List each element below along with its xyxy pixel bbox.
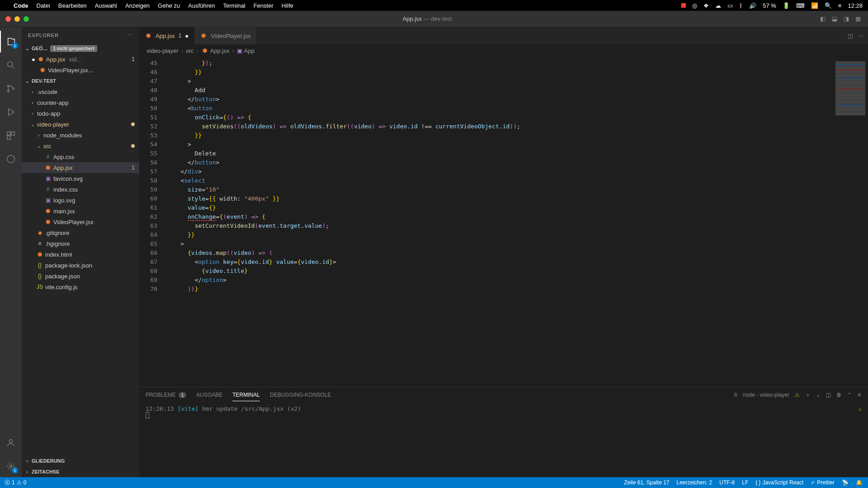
menu-help[interactable]: Hilfe [282,2,293,9]
warning-icon: ⚠ [17,479,22,486]
status-errors[interactable]: ⓧ1 ⚠0 [5,479,26,487]
menu-go[interactable]: Gehe zu [158,2,180,9]
wifi-icon[interactable]: 📶 [811,2,818,9]
terminal-dropdown-icon[interactable]: ⌄ [816,392,821,398]
battery-text[interactable]: 57 % [763,2,776,9]
menu-file[interactable]: Datei [37,2,50,9]
folder-todo-app[interactable]: ›todo-app [22,108,139,119]
explorer-more-icon[interactable]: ⋯ [127,32,133,38]
jsx-file-icon: ⬢ [145,33,152,39]
status-bell-icon[interactable]: 🔔 [856,479,863,486]
kill-terminal-icon[interactable]: 🗑 [836,392,842,398]
dirty-indicator-icon[interactable]: ● [185,33,189,39]
menu-selection[interactable]: Auswahl [95,2,117,9]
status-indent[interactable]: Leerzeichen: 2 [677,479,712,486]
status-prettier[interactable]: ✓Prettier [811,479,835,486]
keyboard-icon[interactable]: ⌨ [796,2,805,9]
file-package-lock[interactable]: {}package-lock.json [22,260,139,271]
search-icon[interactable]: 🔍 [825,2,832,9]
status-lang[interactable]: { }JavaScript React [755,479,803,486]
close-panel-icon[interactable]: ✕ [857,392,862,398]
file-app-css[interactable]: #App.css [22,151,139,162]
accounts-icon[interactable] [0,432,22,454]
tab-videoplayer-jsx[interactable]: ⬢ VideoPlayer.jsx [194,27,257,44]
bluetooth-icon[interactable]: ᛒ [739,2,743,9]
panel-left-icon[interactable]: ◧ [820,15,827,23]
terminal-name[interactable]: node - video-player [743,392,789,398]
menu-terminal[interactable]: Terminal [223,2,245,9]
file-vite-config[interactable]: JSvite.config.js [22,282,139,292]
battery-icon[interactable]: 🔋 [783,2,790,9]
explorer-icon[interactable]: 1 [0,31,22,52]
cloud-icon[interactable]: ☁ [715,2,721,9]
terminal-warning-icon[interactable]: ⚠ [795,392,800,398]
macos-menubar: Code Datei Bearbeiten Auswahl Anzeigen G… [0,0,868,11]
terminal-output[interactable]: 12:26:13 [vite] hmr update /src/App.jsx … [139,403,868,477]
close-window-button[interactable] [5,16,11,22]
status-eol[interactable]: LF [742,479,748,486]
file-gitignore[interactable]: ◆.gitignore [22,227,139,238]
split-editor-icon[interactable]: ◫ [848,33,853,39]
menu-view[interactable]: Anzeigen [125,2,150,9]
terminal-body-warning-icon[interactable]: ⚠ [858,405,862,412]
panel-bottom-icon[interactable]: ⬓ [832,15,839,23]
status-feedback-icon[interactable]: 📡 [842,479,849,486]
display-icon[interactable]: ▭ [727,2,733,9]
debug-console-tab[interactable]: DEBUGGING-KONSOLE [270,389,331,401]
folder-counter-app[interactable]: ›counter-app [22,97,139,108]
open-editor-item[interactable]: ⬢ VideoPlayer.jsx… [22,65,139,75]
folder-video-player[interactable]: ⌄video-player [22,119,139,130]
search-activity-icon[interactable] [0,54,22,76]
file-index-css[interactable]: #index.css [22,184,139,195]
file-package-json[interactable]: {}package.json [22,271,139,282]
minimap[interactable] [832,57,868,387]
file-main-jsx[interactable]: ⬢main.jsx [22,206,139,216]
maximize-panel-icon[interactable]: ⌃ [847,392,852,398]
menu-run[interactable]: Ausführen [188,2,215,9]
folder-vscode[interactable]: ›.vscode [22,86,139,97]
more-tabs-icon[interactable]: ⋯ [858,33,863,39]
tab-app-jsx[interactable]: ⬢ App.jsx 1 ● [139,27,194,44]
menu-edit[interactable]: Bearbeiten [58,2,87,9]
folder-src[interactable]: ⌄src [22,141,139,151]
file-logo[interactable]: ▣logo.svg [22,195,139,206]
breadcrumbs[interactable]: video-player› src› ⬢App.jsx› ▣App [139,44,868,57]
menu-app[interactable]: Code [14,2,28,9]
file-hgignore[interactable]: ≡.hgignore [22,238,139,249]
zoom-window-button[interactable] [24,16,29,22]
file-index-html[interactable]: ⬣index.html [22,249,139,260]
panel-right-icon[interactable]: ◨ [844,15,851,23]
settings-gear-icon[interactable]: 1 [0,455,22,477]
problems-tab[interactable]: PROBLEME 1 [146,389,186,401]
status-indicator-icon[interactable] [681,3,686,8]
file-videoplayer-jsx[interactable]: ⬢VideoPlayer.jsx [22,216,139,227]
layout-icon[interactable]: ▦ [855,15,863,23]
folder-node-modules[interactable]: ›node_modules [22,130,139,141]
outline-header[interactable]: ›GLIEDERUNG [22,455,139,466]
file-app-jsx[interactable]: ⬢App.jsx1 [22,162,139,173]
code-editor[interactable]: }); }} > Add </button> <button onClick={… [166,57,832,387]
clock[interactable]: 12:28 [848,2,863,9]
file-favicon[interactable]: ▣favicon.svg [22,173,139,184]
output-tab[interactable]: AUSGABE [196,389,222,401]
minimize-window-button[interactable] [14,16,20,22]
volume-icon[interactable]: 🔊 [749,2,756,9]
screen-share-icon[interactable]: ◎ [692,2,697,9]
terminal-tab[interactable]: TERMINAL [232,389,260,401]
dropbox-icon[interactable]: ❖ [703,2,709,9]
open-editors-header[interactable]: ⌄ GEÖ… 1 nicht gespeichert [22,43,139,54]
remote-icon[interactable] [0,148,22,170]
timeline-header[interactable]: ›ZEITACHSE [22,466,139,477]
status-cursor[interactable]: Zeile 61, Spalte 17 [624,479,669,486]
extensions-icon[interactable] [0,125,22,146]
control-center-icon[interactable]: ≡ [838,2,842,9]
terminal-command-icon[interactable]: ⎘ [734,392,737,398]
open-editor-item[interactable]: ● ⬢ App.jsx vid… 1 [22,54,139,65]
source-control-icon[interactable] [0,78,22,99]
new-terminal-icon[interactable]: ＋ [805,391,811,399]
project-header[interactable]: ⌄ DEV-TEST [22,75,139,86]
split-terminal-icon[interactable]: ◫ [826,392,831,398]
menu-window[interactable]: Fenster [254,2,274,9]
status-encoding[interactable]: UTF-8 [719,479,735,486]
run-debug-icon[interactable] [0,101,22,123]
